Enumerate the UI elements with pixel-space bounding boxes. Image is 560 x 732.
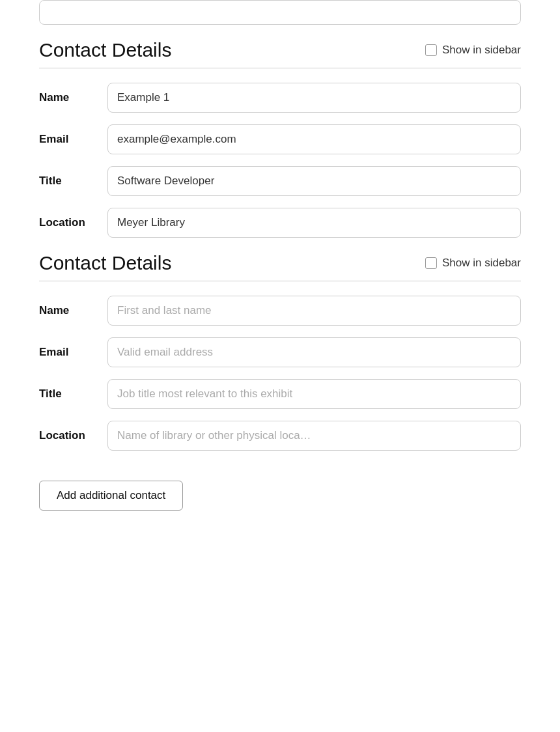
email-label-2: Email <box>39 346 107 359</box>
email-input-1[interactable] <box>107 124 521 154</box>
email-label-1: Email <box>39 133 107 146</box>
location-row-2: Location <box>39 421 521 451</box>
section-1-title: Contact Details <box>39 39 171 61</box>
show-in-sidebar-checkbox-2[interactable] <box>425 257 437 269</box>
add-additional-contact-button[interactable]: Add additional contact <box>39 481 183 511</box>
name-input-2[interactable] <box>107 296 521 326</box>
location-row-1: Location <box>39 208 521 238</box>
name-label-2: Name <box>39 304 107 317</box>
section-1-header: Contact Details Show in sidebar <box>39 39 521 68</box>
name-row-2: Name <box>39 296 521 326</box>
contact-details-section-1: Contact Details Show in sidebar Name Ema… <box>39 39 521 238</box>
title-row-1: Title <box>39 166 521 196</box>
page-container: Contact Details Show in sidebar Name Ema… <box>0 0 560 530</box>
title-label-2: Title <box>39 387 107 401</box>
show-in-sidebar-label-1: Show in sidebar <box>442 44 521 57</box>
section-2-title: Contact Details <box>39 252 171 274</box>
top-partial-input[interactable] <box>39 0 521 25</box>
show-in-sidebar-1: Show in sidebar <box>425 44 521 57</box>
show-in-sidebar-2: Show in sidebar <box>425 257 521 270</box>
email-row-2: Email <box>39 337 521 367</box>
show-in-sidebar-checkbox-1[interactable] <box>425 44 437 56</box>
location-label-2: Location <box>39 429 107 442</box>
title-row-2: Title <box>39 379 521 409</box>
title-input-2[interactable] <box>107 379 521 409</box>
contact-details-section-2: Contact Details Show in sidebar Name Ema… <box>39 252 521 451</box>
title-label-1: Title <box>39 175 107 188</box>
email-row-1: Email <box>39 124 521 154</box>
title-input-1[interactable] <box>107 166 521 196</box>
email-input-2[interactable] <box>107 337 521 367</box>
show-in-sidebar-label-2: Show in sidebar <box>442 257 521 270</box>
name-row-1: Name <box>39 83 521 113</box>
name-input-1[interactable] <box>107 83 521 113</box>
name-label-1: Name <box>39 91 107 104</box>
location-input-2[interactable] <box>107 421 521 451</box>
location-label-1: Location <box>39 216 107 229</box>
section-2-header: Contact Details Show in sidebar <box>39 252 521 281</box>
location-input-1[interactable] <box>107 208 521 238</box>
